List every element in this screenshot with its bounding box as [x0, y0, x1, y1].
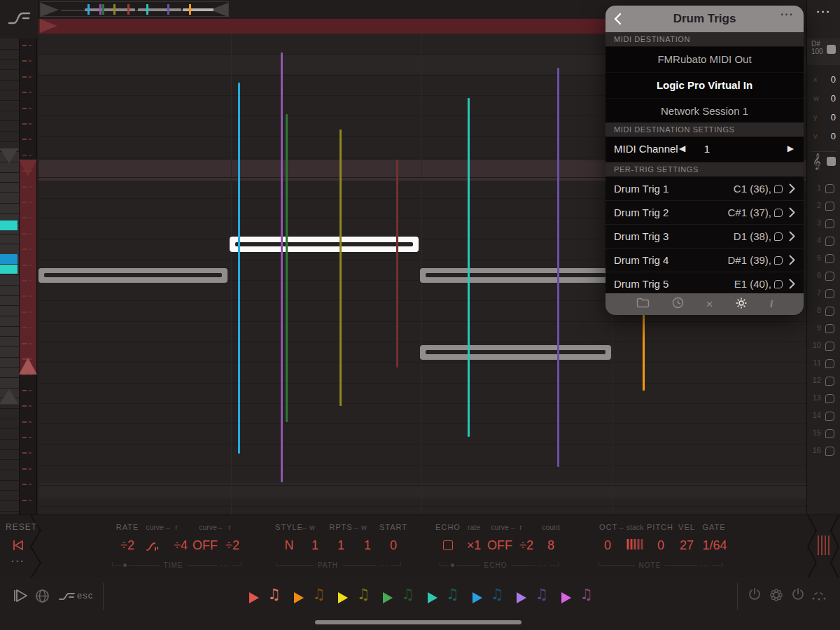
- track-play-button[interactable]: [472, 592, 482, 603]
- slot-pad-icon[interactable]: [825, 254, 834, 263]
- curve2-value[interactable]: OFF: [192, 538, 218, 553]
- folder-icon[interactable]: [636, 298, 650, 311]
- rail-param-value[interactable]: 0: [831, 74, 836, 85]
- note-trail[interactable]: [396, 160, 398, 368]
- note-value-cell[interactable]: D# 100: [807, 38, 840, 65]
- rail-param-value[interactable]: 0: [831, 112, 836, 122]
- drum-trig-row[interactable]: Drum Trig 2C#1 (37),: [606, 201, 804, 225]
- echo-enable-checkbox[interactable]: [443, 540, 453, 550]
- oct-value[interactable]: 0: [604, 538, 611, 553]
- note-trail[interactable]: [281, 52, 283, 482]
- curve-shape-icon[interactable]: [146, 540, 162, 555]
- rail-param-value[interactable]: 0: [831, 131, 836, 141]
- track-play-button[interactable]: [517, 592, 526, 603]
- slot-pad-icon[interactable]: [825, 377, 834, 386]
- midi-channel-value[interactable]: 1: [693, 143, 721, 155]
- slot-pad-icon[interactable]: [825, 447, 834, 456]
- track-note-button[interactable]: ♫: [401, 586, 414, 603]
- scatter-icon[interactable]: [811, 590, 827, 604]
- rubato-curve-icon[interactable]: [59, 592, 76, 604]
- gate-value[interactable]: 1/64: [702, 538, 727, 553]
- slot-pad-icon[interactable]: [825, 342, 834, 351]
- back-button[interactable]: [614, 13, 622, 28]
- flower-gear-icon[interactable]: [769, 587, 784, 606]
- key-range-bottom-triangle[interactable]: [0, 388, 18, 404]
- drum-trig-row[interactable]: Drum Trig 4D#1 (39),: [606, 248, 804, 272]
- drum-trig-row[interactable]: Drum Trig 3D1 (38),: [606, 225, 804, 248]
- slot-pad-icon[interactable]: [825, 272, 834, 281]
- slot-pad-icon[interactable]: [825, 237, 834, 246]
- echo-count-value[interactable]: 8: [547, 538, 554, 553]
- slot-pad-icon[interactable]: [825, 429, 834, 438]
- rail-param-value[interactable]: 0: [831, 93, 836, 104]
- path-value-3[interactable]: 1: [364, 538, 371, 553]
- note-bar[interactable]: [420, 345, 611, 360]
- track-play-button[interactable]: [428, 592, 438, 603]
- r2-value[interactable]: ÷2: [225, 538, 239, 553]
- slot-pad-icon[interactable]: [825, 394, 834, 403]
- globe-icon[interactable]: [35, 589, 50, 606]
- channel-decrement-arrow[interactable]: ◀: [679, 144, 685, 153]
- reset-more-menu[interactable]: ···: [11, 556, 25, 567]
- drum-trig-row[interactable]: Drum Trig 1C1 (36),: [606, 177, 804, 201]
- slot-pad-icon[interactable]: [825, 219, 834, 228]
- note-toggle[interactable]: [827, 45, 836, 54]
- app-logo[interactable]: [0, 0, 39, 39]
- track-play-button[interactable]: [338, 592, 348, 603]
- note-trail[interactable]: [468, 98, 470, 437]
- track-note-button[interactable]: ♫: [491, 586, 504, 603]
- start-value[interactable]: 0: [390, 538, 397, 553]
- style-value[interactable]: N: [285, 538, 294, 553]
- midi-destination-item[interactable]: FMRubato MIDI Out: [606, 47, 804, 72]
- channel-increment-arrow[interactable]: ▶: [788, 144, 794, 153]
- power-icon[interactable]: [748, 587, 762, 604]
- clef-toggle[interactable]: [827, 157, 836, 166]
- note-trail[interactable]: [286, 114, 288, 422]
- horizontal-scrollbar[interactable]: [315, 620, 522, 624]
- echo-curve-value[interactable]: OFF: [487, 538, 512, 553]
- note-trail[interactable]: [340, 130, 342, 406]
- echo-rate-value[interactable]: ×1: [467, 538, 482, 553]
- rate-value[interactable]: ÷2: [120, 538, 134, 553]
- pitch-value[interactable]: 0: [657, 538, 664, 553]
- ratio-value[interactable]: ÷4: [174, 538, 188, 553]
- loop-range-strip[interactable]: [19, 38, 37, 514]
- key-range-top-triangle[interactable]: [0, 148, 18, 164]
- vel-value[interactable]: 27: [680, 538, 694, 553]
- minimap[interactable]: [40, 1, 229, 17]
- drum-trig-row[interactable]: Drum Trig 5E1 (40),: [606, 272, 804, 296]
- track-play-button[interactable]: [249, 592, 259, 603]
- key-range-strip[interactable]: [0, 38, 19, 514]
- midi-destination-item[interactable]: Logic Pro Virtual In: [606, 73, 804, 98]
- info-icon[interactable]: i: [770, 298, 773, 310]
- more-menu-icon[interactable]: ···: [807, 6, 840, 18]
- note-trail[interactable]: [557, 68, 559, 467]
- slot-pad-icon[interactable]: [825, 307, 834, 316]
- loop-range-bottom-triangle[interactable]: [19, 358, 37, 374]
- power-icon[interactable]: [791, 587, 805, 604]
- playhead-triangle[interactable]: [40, 19, 57, 33]
- gear-icon[interactable]: [735, 297, 748, 312]
- note-bar-selected[interactable]: [230, 237, 419, 252]
- track-play-button[interactable]: [383, 592, 393, 603]
- history-icon[interactable]: [672, 297, 684, 312]
- midi-destination-item[interactable]: Network Session 1: [606, 99, 804, 124]
- track-note-button[interactable]: ♫: [356, 586, 370, 603]
- stack-bars-icon[interactable]: [627, 539, 643, 550]
- track-note-button[interactable]: ♫: [312, 586, 326, 603]
- slot-pad-icon[interactable]: [825, 359, 834, 368]
- track-note-button[interactable]: ♫: [535, 586, 548, 603]
- track-note-button[interactable]: ♫: [446, 586, 459, 603]
- step-play-icon[interactable]: [11, 587, 29, 607]
- slot-pad-icon[interactable]: [825, 202, 834, 211]
- slot-pad-icon[interactable]: [825, 324, 834, 333]
- track-note-button[interactable]: ♫: [580, 586, 593, 603]
- track-note-button[interactable]: ♫: [267, 586, 281, 603]
- slot-pad-icon[interactable]: [825, 412, 834, 421]
- echo-r-value[interactable]: ÷2: [519, 538, 533, 553]
- note-trail[interactable]: [643, 314, 645, 391]
- drag-handle[interactable]: [818, 536, 830, 555]
- esc-button[interactable]: esc: [77, 590, 93, 601]
- close-icon[interactable]: ×: [706, 298, 713, 310]
- minimap-left-handle[interactable]: [41, 3, 59, 17]
